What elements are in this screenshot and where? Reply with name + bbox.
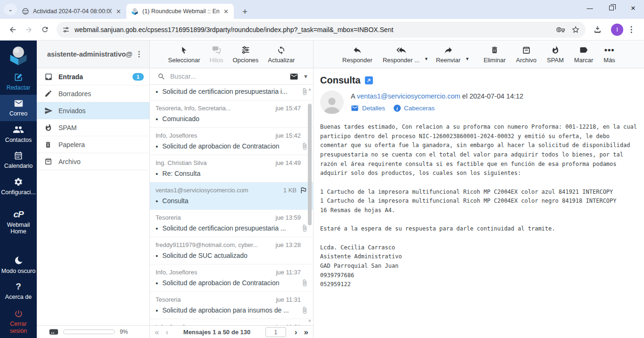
browser-tab-actividad[interactable]: Actividad 2024-07-04 08:00:00 ✕ xyxy=(17,4,126,19)
sidebar-item-settings[interactable]: Configuraci... xyxy=(0,173,37,199)
message-row[interactable]: Info, Joseflores jue 11:21 • aprobacion … xyxy=(150,319,313,325)
refresh-button[interactable]: Actualizar xyxy=(264,43,298,66)
message-row[interactable]: • Solicitud de certificacion presupuesta… xyxy=(150,85,313,100)
sidebar-item-label: Webmail Home xyxy=(1,222,36,235)
folder-item-papelera[interactable]: Papelera xyxy=(37,136,149,153)
site-settings-icon[interactable] xyxy=(62,26,70,33)
tab-close-icon[interactable]: ✕ xyxy=(115,8,123,16)
window-minimize-button[interactable]: — xyxy=(579,0,601,16)
address-bar[interactable]: webmail.sanjuan.gob.ec/cpsess1716951899/… xyxy=(57,22,586,38)
message-row[interactable]: Tesoreria jue 11:31 • Solicitud de aprob… xyxy=(150,292,313,319)
sidebar-item-calendar[interactable]: Calendario xyxy=(0,147,37,173)
message-subject: Re: Consulta xyxy=(162,170,301,177)
more-button[interactable]: ••• Más xyxy=(600,43,619,66)
back-button[interactable] xyxy=(5,22,21,38)
sidebar-item-compose[interactable]: Redactar xyxy=(0,69,37,95)
folder-item-spam[interactable]: SPAM xyxy=(37,119,149,136)
browser-tab-roundcube[interactable]: (1) Roundcube Webmail :: Envia ✕ xyxy=(126,4,234,19)
button-label: SPAM xyxy=(547,57,564,64)
forward-button[interactable] xyxy=(21,22,37,38)
flag-icon[interactable] xyxy=(299,186,307,194)
message-date: jue 11:37 xyxy=(276,269,301,276)
message-row[interactable]: Tesoreria, Info, Secretaria... jue 15:47… xyxy=(150,100,313,128)
drafts-pencil-icon xyxy=(44,90,53,98)
bookmark-star-icon[interactable] xyxy=(571,25,580,34)
password-key-icon[interactable] xyxy=(556,25,565,34)
browser-profile-avatar[interactable]: I xyxy=(611,24,623,36)
message-row[interactable]: freddy9111979@hotmail.com, cyber... jue … xyxy=(150,237,313,264)
message-row-selected[interactable]: ventas1@serviciosycomercio.com 1 KB • Co… xyxy=(150,182,313,210)
prev-page-button[interactable]: ‹ xyxy=(165,328,168,336)
pagination-bar: « ‹ Mensajes 1 a 50 de 130 › » xyxy=(150,325,313,338)
account-header: asistente-administrativo@s... ⋮ xyxy=(37,41,149,68)
next-page-button[interactable]: › xyxy=(295,328,297,336)
message-row[interactable]: Info, Joseflores jue 15:42 • Solicitud d… xyxy=(150,128,313,155)
folder-label: Borradores xyxy=(58,90,144,98)
options-button[interactable]: Opciones xyxy=(229,43,262,66)
sidebar-item-dark-mode[interactable]: Modo oscuro xyxy=(0,252,37,278)
folder-item-borradores[interactable]: Borradores xyxy=(37,85,149,102)
headers-toggle[interactable]: i Cabeceras xyxy=(394,105,435,112)
folder-item-archivo[interactable]: Archivo xyxy=(37,153,149,170)
forward-button[interactable]: Reenviar xyxy=(432,43,464,66)
first-page-button[interactable]: « xyxy=(155,328,159,336)
delete-button[interactable]: Eliminar xyxy=(480,43,510,66)
message-sender: Info, Joseflores xyxy=(156,132,273,139)
calendar-icon xyxy=(14,150,23,161)
list-scrollbar[interactable]: ▲ ▼ xyxy=(307,86,312,324)
sent-paper-plane-icon xyxy=(44,107,53,115)
reload-button[interactable] xyxy=(37,22,53,38)
details-toggle[interactable]: Detalles xyxy=(351,104,385,112)
sidebar-item-logout[interactable]: Cerrar sesión xyxy=(0,305,37,338)
page-number-input[interactable] xyxy=(265,327,286,337)
scroll-up-icon[interactable]: ▲ xyxy=(307,87,312,91)
downloads-icon[interactable] xyxy=(589,22,605,38)
message-row[interactable]: Tesoreria jue 13:59 • Solicitud de certi… xyxy=(150,210,313,237)
folder-item-entrada[interactable]: Entrada 1 xyxy=(37,68,149,85)
recipient-email-link[interactable]: ventas1@serviciosycomercio.com xyxy=(357,92,460,100)
sidebar-item-contacts[interactable]: Contactos xyxy=(0,121,37,147)
reply-all-button[interactable]: Responder ... xyxy=(379,43,423,66)
browser-menu-icon[interactable]: ⋮ xyxy=(623,22,639,38)
trash-icon xyxy=(44,141,53,148)
tab-close-icon[interactable]: ✕ xyxy=(222,8,230,16)
folder-item-enviados[interactable]: Enviados xyxy=(37,102,149,119)
tab-search-chevron-icon[interactable]: ⌄ xyxy=(4,4,17,15)
message-sender: Tesoreria, Info, Secretaria... xyxy=(156,105,273,112)
mark-button[interactable]: Marcar xyxy=(570,43,597,66)
reply-icon xyxy=(352,45,363,55)
archive-button[interactable]: Archivo xyxy=(512,43,540,66)
pagination-label: Mensajes 1 a 50 de 130 xyxy=(183,329,250,336)
sidebar-item-webmail-home[interactable]: cP Webmail Home xyxy=(0,206,37,239)
search-options-chevron-icon[interactable]: ▼ xyxy=(303,74,308,79)
reply-all-dropdown-caret-icon[interactable]: ▼ xyxy=(424,57,429,61)
last-page-button[interactable]: » xyxy=(304,328,308,336)
sidebar-item-about[interactable]: ? Acerca de xyxy=(0,278,37,304)
search-scope-envelope-icon[interactable] xyxy=(289,72,298,81)
details-label: Detalles xyxy=(362,105,385,112)
folder-label: Archivo xyxy=(58,158,144,165)
scrollbar-thumb[interactable] xyxy=(308,104,312,225)
new-tab-button[interactable]: + xyxy=(239,7,251,17)
sidebar-item-mail[interactable]: Correo xyxy=(0,95,37,121)
moon-icon xyxy=(14,256,23,266)
message-subject: Solicitud de aprobacion para insumos de … xyxy=(162,306,297,314)
threads-button[interactable]: Hilos xyxy=(206,43,227,66)
info-icon: i xyxy=(394,105,401,112)
message-row[interactable]: Ing. Christian Silva jue 14:49 • Re: Con… xyxy=(150,155,313,182)
folder-menu-kebab-icon[interactable]: ⋮ xyxy=(132,50,146,58)
select-button[interactable]: Seleccionar xyxy=(165,43,204,66)
window-close-button[interactable]: ✕ xyxy=(622,0,644,16)
scroll-down-icon[interactable]: ▼ xyxy=(307,319,312,323)
search-input[interactable] xyxy=(170,73,285,80)
url-text[interactable]: webmail.sanjuan.gob.ec/cpsess1716951899/… xyxy=(74,26,550,33)
spam-button[interactable]: SPAM xyxy=(543,43,568,66)
message-row[interactable]: Info, Joseflores jue 11:37 • Solicitud d… xyxy=(150,264,313,292)
reply-button[interactable]: Responder xyxy=(339,43,376,66)
gear-icon xyxy=(14,177,23,187)
window-restore-button[interactable] xyxy=(601,0,622,16)
button-label: Archivo xyxy=(516,57,537,64)
sidebar-item-label: Correo xyxy=(9,110,27,117)
open-in-new-window-icon[interactable] xyxy=(365,76,373,84)
forward-dropdown-caret-icon[interactable]: ▼ xyxy=(465,57,470,61)
